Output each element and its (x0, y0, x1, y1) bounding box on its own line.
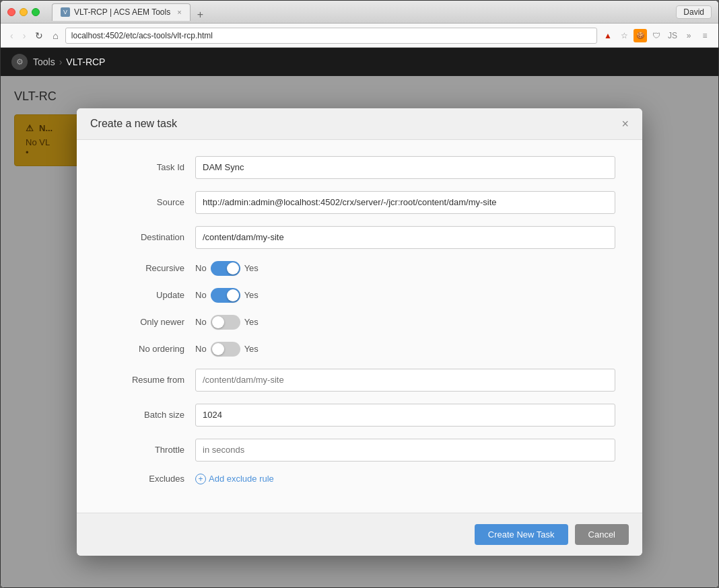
flash-icon: ▲ (601, 29, 615, 42)
js-icon[interactable]: JS (666, 29, 679, 42)
modal-header: Create a new task × (77, 108, 642, 140)
no-ordering-toggle[interactable] (211, 342, 240, 357)
resume-from-label: Resume from (104, 375, 184, 385)
throttle-label: Throttle (104, 445, 184, 455)
tab-favicon: V (61, 7, 70, 17)
recursive-row: Recursive No Yes (104, 261, 615, 276)
recursive-slider (211, 261, 240, 276)
destination-label: Destination (104, 232, 184, 242)
modal-close-button[interactable]: × (621, 118, 629, 130)
modal-dialog: Create a new task × Task Id Source (77, 108, 642, 556)
recursive-knob (227, 262, 239, 274)
only-newer-no-label: No (195, 317, 207, 327)
browser-titlebar: V VLT-RCP | ACS AEM Tools × + David (1, 1, 718, 24)
no-ordering-knob (212, 343, 224, 355)
resume-from-input[interactable] (195, 369, 615, 392)
throttle-row: Throttle (104, 439, 615, 462)
address-bar-input[interactable] (65, 28, 597, 44)
excludes-row: Excludes + Add exclude rule (104, 474, 615, 484)
task-id-row: Task Id (104, 156, 615, 179)
shield-icon[interactable]: 🛡 (650, 29, 663, 42)
minimize-button[interactable] (20, 8, 28, 16)
update-toggle[interactable] (211, 288, 240, 303)
breadcrumb-current: VLT-RCP (66, 57, 105, 67)
no-ordering-label: No ordering (104, 344, 184, 354)
throttle-input[interactable] (195, 439, 615, 462)
forward-button[interactable]: › (20, 29, 29, 42)
only-newer-knob (212, 316, 224, 328)
destination-input[interactable] (195, 226, 615, 249)
no-ordering-yes-label: Yes (244, 344, 259, 354)
only-newer-slider (211, 315, 240, 330)
modal-footer: Create New Task Cancel (77, 513, 642, 556)
app-icon: ⚙ (11, 54, 28, 70)
cancel-button[interactable]: Cancel (575, 524, 629, 545)
browser-addressbar: ‹ › ↻ ⌂ ▲ ☆ 🍪 🛡 JS » ≡ (1, 24, 718, 48)
more-icon[interactable]: » (682, 29, 695, 42)
add-exclude-label: Add exclude rule (209, 474, 274, 484)
create-task-button[interactable]: Create New Task (475, 524, 568, 545)
update-knob (227, 289, 239, 301)
back-button[interactable]: ‹ (7, 29, 16, 42)
recursive-yes-label: Yes (244, 263, 259, 273)
browser-frame: V VLT-RCP | ACS AEM Tools × + David ‹ › … (0, 0, 719, 588)
new-tab-button[interactable]: + (193, 9, 207, 21)
modal-body: Task Id Source Destination (77, 140, 642, 513)
close-button[interactable] (7, 8, 15, 16)
batch-size-input[interactable] (195, 404, 615, 427)
recursive-label: Recursive (104, 263, 184, 273)
recursive-toggle-group: No Yes (195, 261, 259, 276)
cookie-icon[interactable]: 🍪 (634, 29, 647, 42)
tab-bar: V VLT-RCP | ACS AEM Tools × + (52, 3, 671, 21)
active-tab[interactable]: V VLT-RCP | ACS AEM Tools × (52, 3, 191, 21)
update-row: Update No Yes (104, 288, 615, 303)
recursive-no-label: No (195, 263, 207, 273)
no-ordering-slider (211, 342, 240, 357)
tab-label: VLT-RCP | ACS AEM Tools (74, 7, 170, 17)
task-id-label: Task Id (104, 162, 184, 172)
add-exclude-rule-button[interactable]: + Add exclude rule (195, 474, 274, 484)
modal-overlay: Create a new task × Task Id Source (1, 76, 718, 587)
only-newer-yes-label: Yes (244, 317, 259, 327)
address-icons: ▲ ☆ 🍪 🛡 JS » ≡ (601, 29, 712, 42)
app-toolbar: ⚙ Tools › VLT-RCP (1, 48, 718, 76)
resume-from-row: Resume from (104, 369, 615, 392)
refresh-button[interactable]: ↻ (32, 29, 46, 42)
breadcrumb-separator: › (59, 57, 63, 67)
task-id-input[interactable] (195, 156, 615, 179)
modal-title: Create a new task (90, 118, 177, 130)
batch-size-row: Batch size (104, 404, 615, 427)
only-newer-row: Only newer No Yes (104, 315, 615, 330)
tab-close-button[interactable]: × (177, 8, 181, 16)
maximize-button[interactable] (32, 8, 40, 16)
batch-size-label: Batch size (104, 410, 184, 420)
traffic-lights (7, 8, 40, 16)
source-label: Source (104, 197, 184, 207)
source-row: Source (104, 191, 615, 214)
add-icon: + (195, 474, 206, 484)
no-ordering-no-label: No (195, 344, 207, 354)
browser-user: David (676, 5, 712, 19)
no-ordering-toggle-group: No Yes (195, 342, 259, 357)
breadcrumb-root[interactable]: Tools (33, 57, 55, 67)
home-button[interactable]: ⌂ (50, 29, 61, 42)
source-input[interactable] (195, 191, 615, 214)
page-content: VLT-RC ⚠ N... No VL • Create a new task (1, 76, 718, 587)
only-newer-toggle[interactable] (211, 315, 240, 330)
no-ordering-row: No ordering No Yes (104, 342, 615, 357)
update-toggle-group: No Yes (195, 288, 259, 303)
excludes-label: Excludes (104, 474, 184, 484)
breadcrumb: Tools › VLT-RCP (33, 57, 105, 67)
only-newer-toggle-group: No Yes (195, 315, 259, 330)
star-icon[interactable]: ☆ (617, 29, 631, 42)
menu-icon[interactable]: ≡ (698, 29, 712, 42)
update-slider (211, 288, 240, 303)
destination-row: Destination (104, 226, 615, 249)
update-no-label: No (195, 290, 207, 300)
update-label: Update (104, 290, 184, 300)
recursive-toggle[interactable] (211, 261, 240, 276)
only-newer-label: Only newer (104, 317, 184, 327)
update-yes-label: Yes (244, 290, 259, 300)
